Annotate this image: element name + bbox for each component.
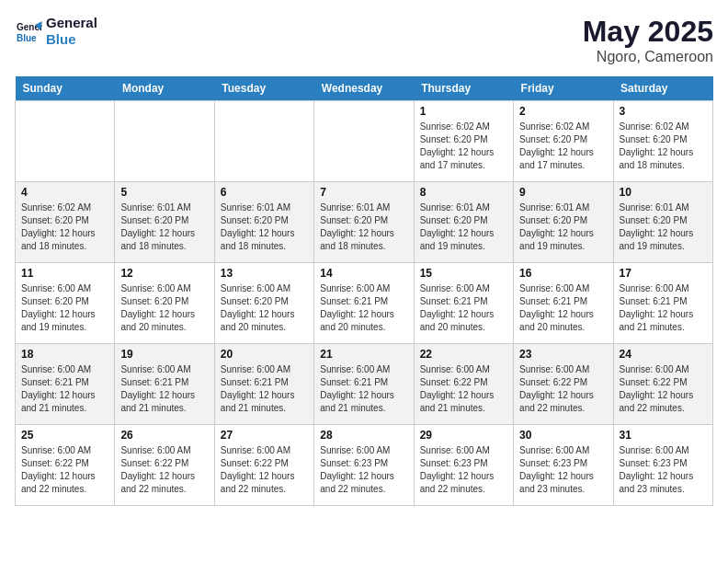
- day-number: 14: [320, 267, 407, 280]
- day-cell: 29Sunrise: 6:00 AM Sunset: 6:23 PM Dayli…: [414, 425, 513, 506]
- day-cell: 21Sunrise: 6:00 AM Sunset: 6:21 PM Dayli…: [314, 344, 414, 425]
- day-number: 29: [420, 429, 507, 442]
- day-info: Sunrise: 6:00 AM Sunset: 6:23 PM Dayligh…: [420, 444, 507, 496]
- day-info: Sunrise: 6:00 AM Sunset: 6:21 PM Dayligh…: [620, 282, 707, 334]
- day-number: 21: [320, 348, 407, 361]
- calendar-title: May 2025: [583, 15, 713, 49]
- day-info: Sunrise: 6:00 AM Sunset: 6:22 PM Dayligh…: [420, 363, 507, 415]
- day-number: 8: [420, 186, 507, 199]
- day-header-sunday: Sunday: [16, 76, 115, 101]
- day-cell: 6Sunrise: 6:01 AM Sunset: 6:20 PM Daylig…: [214, 182, 313, 263]
- day-cell: 26Sunrise: 6:00 AM Sunset: 6:22 PM Dayli…: [115, 425, 214, 506]
- page-header: General Blue General Blue May 2025 Ngoro…: [15, 15, 713, 65]
- day-number: 7: [320, 186, 407, 199]
- day-number: 17: [620, 267, 707, 280]
- day-info: Sunrise: 6:01 AM Sunset: 6:20 PM Dayligh…: [620, 201, 707, 253]
- day-cell: 22Sunrise: 6:00 AM Sunset: 6:22 PM Dayli…: [414, 344, 513, 425]
- day-cell: 11Sunrise: 6:00 AM Sunset: 6:20 PM Dayli…: [16, 263, 115, 344]
- day-number: 12: [120, 267, 208, 280]
- day-number: 3: [620, 105, 707, 118]
- day-cell: [115, 101, 214, 182]
- day-info: Sunrise: 6:00 AM Sunset: 6:22 PM Dayligh…: [221, 444, 308, 496]
- day-number: 23: [519, 348, 607, 361]
- logo-general: General: [46, 15, 97, 31]
- day-number: 11: [21, 267, 108, 280]
- day-number: 4: [21, 186, 108, 199]
- day-number: 19: [120, 348, 208, 361]
- day-cell: 13Sunrise: 6:00 AM Sunset: 6:20 PM Dayli…: [214, 263, 313, 344]
- day-info: Sunrise: 6:01 AM Sunset: 6:20 PM Dayligh…: [120, 201, 208, 253]
- day-number: 9: [519, 186, 607, 199]
- day-info: Sunrise: 6:00 AM Sunset: 6:23 PM Dayligh…: [519, 444, 607, 496]
- day-cell: 19Sunrise: 6:00 AM Sunset: 6:21 PM Dayli…: [115, 344, 214, 425]
- day-cell: 16Sunrise: 6:00 AM Sunset: 6:21 PM Dayli…: [514, 263, 613, 344]
- day-cell: 27Sunrise: 6:00 AM Sunset: 6:22 PM Dayli…: [214, 425, 313, 506]
- day-cell: 10Sunrise: 6:01 AM Sunset: 6:20 PM Dayli…: [613, 182, 712, 263]
- day-number: 5: [120, 186, 208, 199]
- day-cell: 18Sunrise: 6:00 AM Sunset: 6:21 PM Dayli…: [16, 344, 115, 425]
- logo-icon: General Blue: [15, 17, 42, 45]
- day-header-wednesday: Wednesday: [314, 76, 414, 101]
- week-row: 25Sunrise: 6:00 AM Sunset: 6:22 PM Dayli…: [16, 425, 713, 506]
- day-header-thursday: Thursday: [414, 76, 513, 101]
- day-cell: 20Sunrise: 6:00 AM Sunset: 6:21 PM Dayli…: [214, 344, 313, 425]
- day-cell: 31Sunrise: 6:00 AM Sunset: 6:23 PM Dayli…: [613, 425, 712, 506]
- day-header-saturday: Saturday: [613, 76, 712, 101]
- title-block: May 2025 Ngoro, Cameroon: [583, 15, 713, 65]
- day-info: Sunrise: 6:00 AM Sunset: 6:21 PM Dayligh…: [519, 282, 607, 334]
- calendar-table: SundayMondayTuesdayWednesdayThursdayFrid…: [15, 76, 713, 506]
- day-number: 15: [420, 267, 507, 280]
- day-cell: 12Sunrise: 6:00 AM Sunset: 6:20 PM Dayli…: [115, 263, 214, 344]
- day-cell: 30Sunrise: 6:00 AM Sunset: 6:23 PM Dayli…: [514, 425, 613, 506]
- day-info: Sunrise: 6:00 AM Sunset: 6:22 PM Dayligh…: [21, 444, 108, 496]
- day-number: 27: [221, 429, 308, 442]
- day-number: 16: [519, 267, 607, 280]
- day-number: 30: [519, 429, 607, 442]
- day-number: 18: [21, 348, 108, 361]
- day-info: Sunrise: 6:02 AM Sunset: 6:20 PM Dayligh…: [620, 121, 707, 172]
- day-cell: 3Sunrise: 6:02 AM Sunset: 6:20 PM Daylig…: [613, 101, 712, 182]
- day-info: Sunrise: 6:00 AM Sunset: 6:23 PM Dayligh…: [320, 444, 407, 496]
- svg-text:Blue: Blue: [17, 33, 37, 43]
- day-info: Sunrise: 6:01 AM Sunset: 6:20 PM Dayligh…: [320, 201, 407, 253]
- day-number: 20: [221, 348, 308, 361]
- day-info: Sunrise: 6:01 AM Sunset: 6:20 PM Dayligh…: [221, 201, 308, 253]
- day-cell: 15Sunrise: 6:00 AM Sunset: 6:21 PM Dayli…: [414, 263, 513, 344]
- day-cell: 7Sunrise: 6:01 AM Sunset: 6:20 PM Daylig…: [314, 182, 414, 263]
- day-info: Sunrise: 6:00 AM Sunset: 6:21 PM Dayligh…: [120, 363, 208, 415]
- day-number: 13: [221, 267, 308, 280]
- day-number: 28: [320, 429, 407, 442]
- day-info: Sunrise: 6:01 AM Sunset: 6:20 PM Dayligh…: [420, 201, 507, 253]
- logo: General Blue General Blue: [15, 15, 97, 48]
- day-header-monday: Monday: [115, 76, 214, 101]
- day-cell: [214, 101, 313, 182]
- day-info: Sunrise: 6:00 AM Sunset: 6:20 PM Dayligh…: [21, 282, 108, 334]
- day-cell: 23Sunrise: 6:00 AM Sunset: 6:22 PM Dayli…: [514, 344, 613, 425]
- day-cell: 24Sunrise: 6:00 AM Sunset: 6:22 PM Dayli…: [613, 344, 712, 425]
- day-cell: 5Sunrise: 6:01 AM Sunset: 6:20 PM Daylig…: [115, 182, 214, 263]
- day-number: 2: [519, 105, 607, 118]
- day-cell: 9Sunrise: 6:01 AM Sunset: 6:20 PM Daylig…: [514, 182, 613, 263]
- day-number: 24: [620, 348, 707, 361]
- days-header-row: SundayMondayTuesdayWednesdayThursdayFrid…: [16, 76, 713, 101]
- calendar-body: 1Sunrise: 6:02 AM Sunset: 6:20 PM Daylig…: [16, 101, 713, 506]
- day-number: 22: [420, 348, 507, 361]
- day-header-friday: Friday: [514, 76, 613, 101]
- day-cell: 14Sunrise: 6:00 AM Sunset: 6:21 PM Dayli…: [314, 263, 414, 344]
- calendar-subtitle: Ngoro, Cameroon: [583, 49, 713, 65]
- logo-blue: Blue: [46, 31, 97, 48]
- day-info: Sunrise: 6:00 AM Sunset: 6:22 PM Dayligh…: [519, 363, 607, 415]
- day-cell: 4Sunrise: 6:02 AM Sunset: 6:20 PM Daylig…: [16, 182, 115, 263]
- week-row: 18Sunrise: 6:00 AM Sunset: 6:21 PM Dayli…: [16, 344, 713, 425]
- day-cell: 1Sunrise: 6:02 AM Sunset: 6:20 PM Daylig…: [414, 101, 513, 182]
- day-info: Sunrise: 6:00 AM Sunset: 6:21 PM Dayligh…: [320, 363, 407, 415]
- day-cell: 25Sunrise: 6:00 AM Sunset: 6:22 PM Dayli…: [16, 425, 115, 506]
- day-info: Sunrise: 6:00 AM Sunset: 6:21 PM Dayligh…: [320, 282, 407, 334]
- day-info: Sunrise: 6:00 AM Sunset: 6:21 PM Dayligh…: [21, 363, 108, 415]
- day-cell: 17Sunrise: 6:00 AM Sunset: 6:21 PM Dayli…: [613, 263, 712, 344]
- week-row: 11Sunrise: 6:00 AM Sunset: 6:20 PM Dayli…: [16, 263, 713, 344]
- day-info: Sunrise: 6:00 AM Sunset: 6:21 PM Dayligh…: [420, 282, 507, 334]
- day-cell: [314, 101, 414, 182]
- day-info: Sunrise: 6:02 AM Sunset: 6:20 PM Dayligh…: [519, 121, 607, 172]
- day-info: Sunrise: 6:00 AM Sunset: 6:20 PM Dayligh…: [221, 282, 308, 334]
